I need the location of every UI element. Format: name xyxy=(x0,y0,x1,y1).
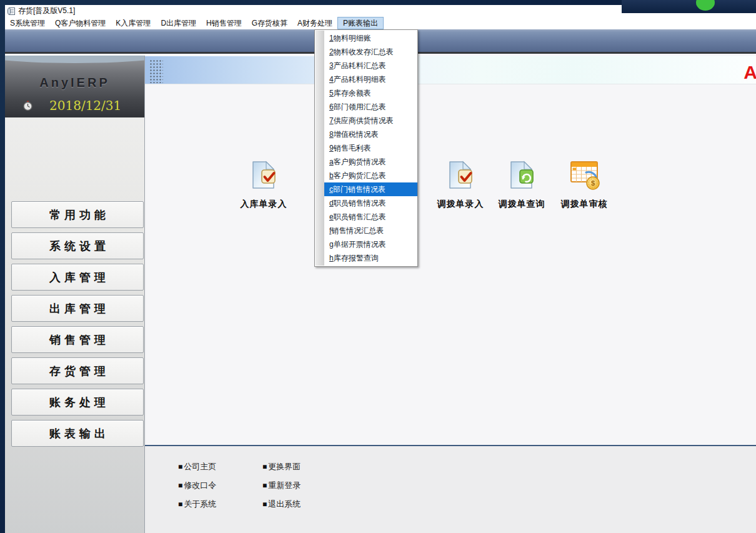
dropdown-gutter xyxy=(316,31,324,266)
menu-finance[interactable]: A财务处理 xyxy=(292,17,337,29)
menu-item-supplier-supply[interactable]: 7供应商供货情况表 xyxy=(324,114,417,127)
business-date: 2018/12/31 xyxy=(49,98,121,113)
menu-item-material-inout-summary[interactable]: 2物料收发存汇总表 xyxy=(324,45,417,59)
link-change-password[interactable]: ■修改口令 xyxy=(178,476,262,495)
bullet-square-icon: ■ xyxy=(262,500,267,509)
document-transfer-icon xyxy=(507,160,537,190)
bullet-square-icon: ■ xyxy=(262,481,267,490)
svg-text:$: $ xyxy=(591,179,595,187)
menu-item-customer-purchase-summary[interactable]: b客户购货汇总表 xyxy=(324,169,417,182)
bullet-square-icon: ■ xyxy=(178,462,182,471)
link-company-home[interactable]: ■公司主页 xyxy=(178,457,262,476)
menu-sales[interactable]: H销售管理 xyxy=(201,17,247,29)
green-indicator-icon xyxy=(696,0,715,11)
menu-item-department-usage-summary[interactable]: 6部门领用汇总表 xyxy=(324,100,417,114)
link-change-ui[interactable]: ■更换界面 xyxy=(262,457,301,476)
menu-outbound[interactable]: D出库管理 xyxy=(156,17,201,29)
bullet-square-icon: ■ xyxy=(178,481,182,490)
shortcut-transfer-query[interactable]: 调拨单查询 xyxy=(490,160,553,210)
menu-report-output[interactable]: P账表输出 xyxy=(337,17,384,29)
shortcut-transfer-audit[interactable]: $ 调拨单审核 xyxy=(553,160,615,210)
desktop-background: 存货[普及版V5.1] S系统管理 Q客户物料管理 K入库管理 D出库管理 H销… xyxy=(0,0,756,533)
menu-customer-material[interactable]: Q客户物料管理 xyxy=(50,17,111,29)
menu-item-product-consumption-detail[interactable]: 4产品耗料明细表 xyxy=(324,72,417,86)
link-exit-system[interactable]: ■退出系统 xyxy=(262,495,301,514)
sidebar-item-system-settings[interactable]: 系统设置 xyxy=(11,232,144,259)
menu-item-customer-purchase[interactable]: a客户购货情况表 xyxy=(324,155,417,169)
menu-item-sales-summary[interactable]: f销售情况汇总表 xyxy=(324,224,417,237)
report-output-dropdown: 1物料明细账 2物料收发存汇总表 3产品耗料汇总表 4产品耗料明细表 5库存余额… xyxy=(314,29,418,267)
shortcut-label: 调拨单查询 xyxy=(490,199,553,210)
menu-item-employee-sales[interactable]: d职员销售情况表 xyxy=(324,196,417,210)
shortcut-label: 入库单录入 xyxy=(232,199,295,210)
marquee-text: A xyxy=(744,62,756,83)
menu-item-stock-balance[interactable]: 5库存余额表 xyxy=(324,86,417,100)
app-logo: AnyIERP xyxy=(5,76,144,90)
sidebar-header: AnyIERP 2018/12/31 xyxy=(5,56,144,117)
footer-links: ■公司主页 ■更换界面 ■修改口令 ■重新登录 ■关于系统 ■退出系统 xyxy=(178,457,301,514)
menu-bar: S系统管理 Q客户物料管理 K入库管理 D出库管理 H销售管理 G存货核算 A财… xyxy=(5,17,756,29)
menu-system[interactable]: S系统管理 xyxy=(5,17,50,29)
menu-inbound[interactable]: K入库管理 xyxy=(111,17,156,29)
sidebar-item-inbound[interactable]: 入库管理 xyxy=(11,264,144,291)
banner-strip: A xyxy=(145,56,756,84)
shortcut-label: 调拨单录入 xyxy=(429,199,492,210)
shortcut-inbound-entry[interactable]: 入库单录入 xyxy=(232,160,295,210)
sidebar-item-report-output[interactable]: 账表输出 xyxy=(11,420,144,447)
clock-icon xyxy=(22,101,33,111)
menu-item-gross-profit[interactable]: 9销售毛利表 xyxy=(324,141,417,155)
table-coin-icon: $ xyxy=(569,160,599,190)
menu-item-material-ledger[interactable]: 1物料明细账 xyxy=(324,31,417,45)
menu-item-department-sales[interactable]: c部门销售情况表 xyxy=(324,182,417,196)
grip-dots-icon xyxy=(149,59,163,83)
document-check-icon xyxy=(445,160,475,190)
bullet-square-icon: ■ xyxy=(178,500,182,509)
link-relogin[interactable]: ■重新登录 xyxy=(262,476,301,495)
footer-panel: ■公司主页 ■更换界面 ■修改口令 ■重新登录 ■关于系统 ■退出系统 xyxy=(145,445,756,533)
menu-inventory-accounting[interactable]: G存货核算 xyxy=(247,17,292,29)
sidebar-item-inventory[interactable]: 存货管理 xyxy=(11,357,144,384)
shortcut-label: 调拨单审核 xyxy=(553,199,615,210)
app-icon xyxy=(7,7,16,16)
menu-item-product-consumption-summary[interactable]: 3产品耗料汇总表 xyxy=(324,59,417,72)
sidebar-item-accounting[interactable]: 账务处理 xyxy=(11,389,144,416)
main-content: 入库单录入 调拨单录入 xyxy=(145,85,756,445)
background-window-edge xyxy=(622,0,756,13)
app-window: 存货[普及版V5.1] S系统管理 Q客户物料管理 K入库管理 D出库管理 H销… xyxy=(5,5,756,533)
document-check-icon xyxy=(249,160,279,190)
shortcut-transfer-entry[interactable]: 调拨单录入 xyxy=(429,160,492,210)
bullet-square-icon: ■ xyxy=(262,462,267,471)
menu-item-stock-alert-query[interactable]: h库存报警查询 xyxy=(324,251,417,265)
menu-item-employee-sales-summary[interactable]: e职员销售汇总表 xyxy=(324,210,417,224)
menu-item-vat-status[interactable]: 8增值税情况表 xyxy=(324,127,417,141)
sidebar-item-outbound[interactable]: 出库管理 xyxy=(11,295,144,322)
sidebar: AnyIERP 2018/12/31 常用功能 系统设置 xyxy=(5,56,145,533)
sidebar-item-sales[interactable]: 销售管理 xyxy=(11,326,144,353)
link-about-system[interactable]: ■关于系统 xyxy=(178,495,262,514)
menu-item-invoice-status[interactable]: g单据开票情况表 xyxy=(324,237,417,251)
window-title: 存货[普及版V5.1] xyxy=(18,6,75,16)
sidebar-item-common-functions[interactable]: 常用功能 xyxy=(11,201,144,228)
sidebar-button-list: 常用功能 系统设置 入库管理 出库管理 销售管理 存货管理 账务处理 账表输出 xyxy=(11,201,144,451)
